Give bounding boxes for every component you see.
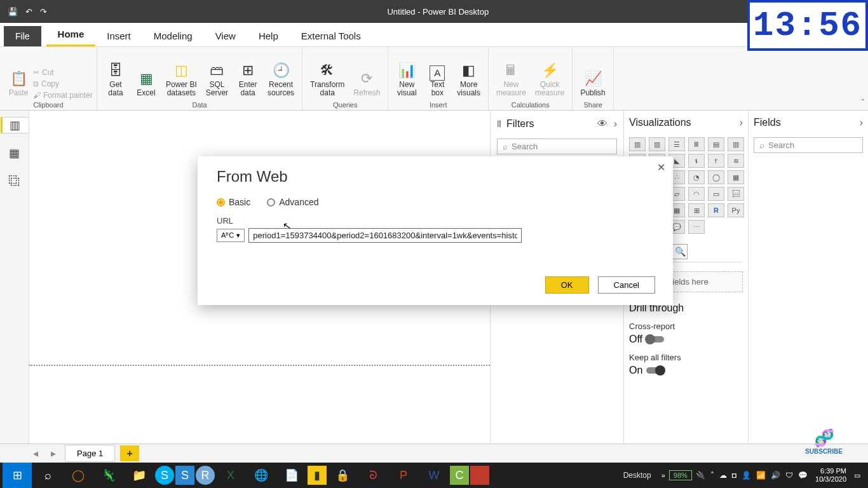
app-icon[interactable] <box>470 466 489 485</box>
get-data-button[interactable]: 🗄Get data <box>101 58 130 100</box>
app-icon[interactable]: 📄 <box>277 463 306 488</box>
undo-icon[interactable]: ↶ <box>25 7 32 17</box>
rstudio-icon[interactable]: R <box>196 466 215 485</box>
recent-sources-button[interactable]: 🕘Recent sources <box>264 58 298 100</box>
search-icon: ⌕ <box>503 142 508 151</box>
text-box-button[interactable]: AText box <box>423 63 452 100</box>
more-visuals-button[interactable]: ◧More visuals <box>453 58 484 100</box>
cancel-button[interactable]: Cancel <box>598 276 655 294</box>
collapse-icon[interactable]: › <box>614 118 617 130</box>
close-button[interactable]: ✕ <box>657 161 665 173</box>
app-icon[interactable]: 🔒 <box>328 463 357 488</box>
collapse-icon[interactable]: › <box>740 117 743 128</box>
app-icon[interactable]: ᘐ <box>358 463 388 488</box>
viz-more[interactable]: ⋯ <box>688 220 705 234</box>
save-icon[interactable]: 💾 <box>8 7 18 17</box>
new-visual-button[interactable]: 📊New visual <box>392 58 421 100</box>
viz-multi-card[interactable]: ⿳ <box>728 187 744 201</box>
tab-modeling[interactable]: Modeling <box>142 25 204 46</box>
desktop-toolbar[interactable]: Desktop <box>617 471 658 480</box>
keep-filters-toggle[interactable]: On <box>629 365 743 376</box>
advanced-radio[interactable]: Advanced <box>267 197 318 207</box>
page-tab-1[interactable]: Page 1 <box>65 445 115 462</box>
lightning-icon: ⚡ <box>539 60 560 81</box>
excel-button[interactable]: ▦Excel <box>132 66 161 100</box>
word-icon[interactable]: W <box>419 463 449 488</box>
eye-icon[interactable]: 👁 <box>597 118 607 130</box>
database-icon: 🗄 <box>105 60 126 81</box>
pbi-datasets-button[interactable]: ◫Power BI datasets <box>162 58 201 100</box>
redo-icon[interactable]: ↷ <box>40 7 47 17</box>
tab-view[interactable]: View <box>204 25 247 46</box>
ribbon: 📋 Paste ✂Cut ⧉Copy 🖌Format painter Clipb… <box>0 47 868 111</box>
skype-icon[interactable]: S <box>155 466 174 485</box>
wifi-icon[interactable]: 📶 <box>756 471 766 480</box>
transform-data-button[interactable]: 🛠Transform data <box>306 58 348 100</box>
basic-radio[interactable]: Basic <box>217 197 250 207</box>
action-center-icon[interactable]: 💬 <box>798 471 808 480</box>
model-view-button[interactable]: ⿻ <box>5 173 24 189</box>
search-button[interactable]: ⌕ <box>33 463 62 488</box>
cross-report-toggle[interactable]: Off <box>629 334 743 345</box>
tab-external[interactable]: External Tools <box>290 25 372 46</box>
analytics-tab-icon[interactable]: 🔍 <box>672 244 688 259</box>
powerbi-app-icon[interactable]: ▮ <box>308 466 327 485</box>
publish-button[interactable]: 📈Publish <box>576 66 609 100</box>
viz-line-column2[interactable]: ⫯ <box>708 154 724 168</box>
viz-clustered-column[interactable]: Ⅲ <box>688 137 705 151</box>
ok-button[interactable]: OK <box>545 276 589 294</box>
data-view-button[interactable]: ▦ <box>5 145 24 161</box>
viz-100-bar[interactable]: ▤ <box>708 137 724 151</box>
chrome-icon[interactable]: 🌐 <box>247 463 276 488</box>
viz-100-column[interactable]: ▥ <box>728 137 744 151</box>
sql-server-button[interactable]: 🗃SQL Server <box>202 58 232 100</box>
fields-search[interactable]: ⌕ Search <box>754 137 863 153</box>
clock-tray[interactable]: 6:39 PM 10/3/2020 <box>811 467 850 484</box>
excel-app-icon[interactable]: X <box>216 463 245 488</box>
add-page-button[interactable]: + <box>120 445 139 461</box>
snagit-icon[interactable]: S <box>175 466 194 485</box>
onedrive-icon[interactable]: ☁ <box>719 471 727 480</box>
url-type-dropdown[interactable]: AᴮC▾ <box>217 229 245 242</box>
security-icon[interactable]: 🛡 <box>785 471 793 480</box>
enter-data-button[interactable]: ⊞Enter data <box>233 58 262 100</box>
viz-donut[interactable]: ◯ <box>708 170 724 184</box>
file-menu[interactable]: File <box>4 26 41 46</box>
tab-home[interactable]: Home <box>46 24 96 46</box>
chevron-icon[interactable]: » <box>661 471 665 479</box>
group-insert: 📊New visual AText box ◧More visuals Inse… <box>388 47 489 110</box>
tray-up-icon[interactable]: ˄ <box>710 471 714 480</box>
viz-py[interactable]: Py <box>728 203 744 217</box>
tab-help[interactable]: Help <box>247 25 290 46</box>
report-view-button[interactable]: ▥ <box>1 117 29 133</box>
viz-stacked-column[interactable]: ▥ <box>649 137 665 151</box>
collapse-icon[interactable]: › <box>860 117 863 128</box>
viz-treemap[interactable]: ▦ <box>728 170 744 184</box>
file-explorer-icon[interactable]: 📁 <box>125 463 154 488</box>
viz-pie[interactable]: ◔ <box>688 170 705 184</box>
next-page-button[interactable]: ▸ <box>47 447 60 459</box>
app-icon[interactable]: 🦎 <box>94 463 123 488</box>
volume-icon[interactable]: 🔊 <box>771 471 780 480</box>
viz-matrix[interactable]: ⊞ <box>688 203 705 217</box>
camtasia-icon[interactable]: C <box>450 466 469 485</box>
tab-insert[interactable]: Insert <box>95 25 142 46</box>
battery-indicator[interactable]: 98% <box>669 470 692 480</box>
filter-search[interactable]: ⌕ Search <box>497 139 617 154</box>
power-icon[interactable]: 🔌 <box>696 471 705 480</box>
app-icon[interactable]: ◯ <box>64 463 93 488</box>
people-icon[interactable]: 👤 <box>742 471 751 480</box>
start-button[interactable]: ⊞ <box>3 463 32 488</box>
tray-icon[interactable]: ◘ <box>732 471 736 480</box>
viz-gauge[interactable]: ◠ <box>688 187 705 201</box>
prev-page-button[interactable]: ◂ <box>29 447 42 459</box>
viz-clustered-bar[interactable]: ☰ <box>668 137 685 151</box>
viz-stacked-bar[interactable]: ▥ <box>629 137 646 151</box>
viz-ribbon[interactable]: ≋ <box>728 154 744 168</box>
viz-card[interactable]: ▭ <box>708 187 724 201</box>
notification-icon[interactable]: ▭ <box>854 471 860 480</box>
viz-line-column[interactable]: ⫮ <box>688 154 705 168</box>
powerpoint-icon[interactable]: P <box>389 463 418 488</box>
collapse-ribbon-icon[interactable]: ˆ <box>862 98 864 107</box>
viz-r[interactable]: R <box>708 203 724 217</box>
